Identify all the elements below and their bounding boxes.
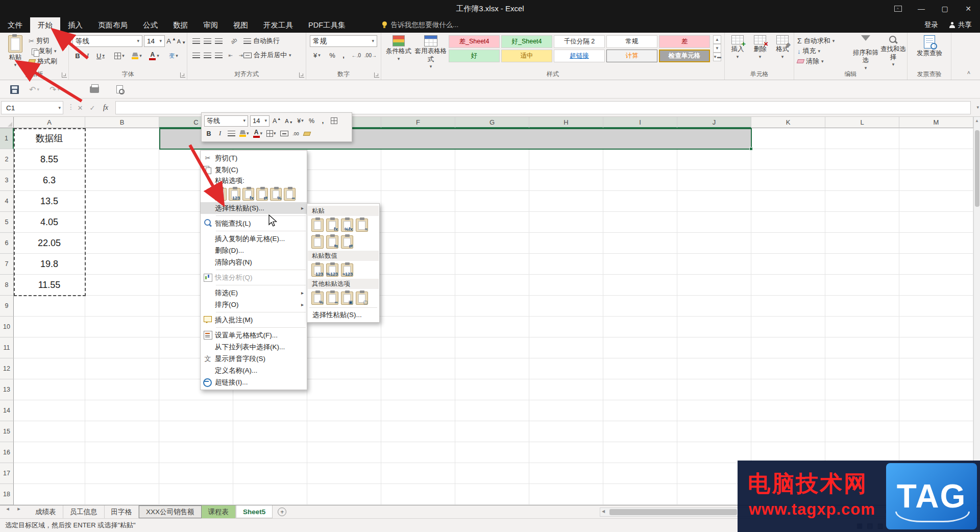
- cell-A10[interactable]: [14, 317, 85, 337]
- cell-A12[interactable]: [14, 358, 85, 379]
- cell-F10[interactable]: [381, 317, 455, 337]
- cell-A16[interactable]: [14, 442, 85, 463]
- row-header-2[interactable]: 2: [0, 149, 14, 170]
- cell-F16[interactable]: [381, 442, 455, 463]
- sheet-tab-XXX公司销售额[interactable]: XXX公司销售额: [139, 505, 202, 518]
- submenu-paste-keep-source-column-widths-icon[interactable]: ⇆: [326, 235, 338, 249]
- paste-option-formatting-icon[interactable]: %: [270, 188, 282, 201]
- cell-L15[interactable]: [825, 421, 899, 442]
- align-bottom-button[interactable]: [214, 35, 223, 46]
- underline-button[interactable]: U ▾: [93, 50, 108, 62]
- cell-B14[interactable]: [85, 400, 159, 421]
- cell-A5[interactable]: 4.05: [14, 212, 85, 233]
- mini-format-painter-button[interactable]: [303, 128, 312, 139]
- cell-C14[interactable]: [159, 400, 233, 421]
- cell-G12[interactable]: [455, 358, 529, 379]
- cell-I8[interactable]: [603, 275, 677, 296]
- cell-B5[interactable]: [85, 212, 159, 233]
- row-header-7[interactable]: 7: [0, 254, 14, 275]
- gallery-more-button[interactable]: ▼▬: [713, 53, 721, 61]
- cell-L11[interactable]: [825, 337, 899, 358]
- paste-option-formulas-icon[interactable]: fx: [242, 188, 254, 201]
- collapse-ribbon-button[interactable]: ˄: [964, 68, 974, 77]
- font-dialog-launcher[interactable]: [180, 72, 185, 78]
- save-button[interactable]: [8, 84, 20, 94]
- cell-B13[interactable]: [85, 379, 159, 400]
- formula-bar-grip[interactable]: ⋮: [67, 103, 75, 111]
- column-header-I[interactable]: I: [603, 117, 677, 128]
- cell-B6[interactable]: [85, 233, 159, 254]
- cell-L2[interactable]: [825, 149, 899, 170]
- submenu-paste-keep-source-formatting-icon[interactable]: ≈: [356, 219, 368, 232]
- insert-function-button[interactable]: fx: [99, 101, 112, 114]
- cell-I6[interactable]: [603, 233, 677, 254]
- cell-K5[interactable]: [751, 212, 825, 233]
- cell-I7[interactable]: [603, 254, 677, 275]
- cell-style-chip[interactable]: 差_Sheet4: [449, 35, 500, 48]
- cell-A4[interactable]: 13.5: [14, 191, 85, 212]
- cell-E12[interactable]: [307, 358, 381, 379]
- sheet-tab-Sheet5[interactable]: Sheet5: [236, 505, 273, 518]
- sheet-nav-right-arrow[interactable]: ▸: [13, 505, 24, 512]
- column-header-B[interactable]: B: [85, 117, 159, 128]
- submenu-paste-formatting-icon[interactable]: %: [311, 292, 324, 305]
- row-header-4[interactable]: 4: [0, 191, 14, 212]
- cell-K4[interactable]: [751, 191, 825, 212]
- paste-option-paste-icon[interactable]: [215, 188, 227, 201]
- submenu-paste-paste-icon[interactable]: [311, 219, 324, 232]
- cell-K3[interactable]: [751, 170, 825, 191]
- row-header-6[interactable]: 6: [0, 233, 14, 254]
- submenu-paste-values-icon[interactable]: 123: [311, 263, 324, 277]
- cell-K16[interactable]: [751, 442, 825, 463]
- cell-F2[interactable]: [381, 149, 455, 170]
- ribbon-display-options-button[interactable]: ^: [886, 0, 910, 17]
- column-header-G[interactable]: G: [455, 117, 529, 128]
- column-header-L[interactable]: L: [825, 117, 899, 128]
- formula-bar-expand-button[interactable]: ▾: [976, 105, 979, 110]
- redo-button[interactable]: ↷▾: [47, 84, 62, 94]
- cell-I4[interactable]: [603, 191, 677, 212]
- context-menu-item-show-phonetic[interactable]: 文显示拼音字段(S): [201, 353, 307, 365]
- cell-E2[interactable]: [307, 149, 381, 170]
- cell-F8[interactable]: [381, 275, 455, 296]
- paste-button[interactable]: 粘贴 ▾: [4, 33, 27, 74]
- cell-C16[interactable]: [159, 442, 233, 463]
- cell-A14[interactable]: [14, 400, 85, 421]
- mini-format-table-button[interactable]: [330, 115, 339, 127]
- cell-style-chip[interactable]: 常规: [606, 35, 657, 48]
- phonetic-guide-button[interactable]: 变▾: [165, 50, 182, 62]
- borders-button[interactable]: ▾: [112, 50, 127, 62]
- cell-A9[interactable]: [14, 296, 85, 317]
- cell-M5[interactable]: [899, 212, 973, 233]
- cell-I5[interactable]: [603, 212, 677, 233]
- mini-comma-button[interactable]: ,: [318, 115, 328, 127]
- ribbon-tab-公式[interactable]: 公式: [135, 17, 165, 33]
- cell-A18[interactable]: [14, 484, 85, 505]
- cell-F6[interactable]: [381, 233, 455, 254]
- cell-G3[interactable]: [455, 170, 529, 191]
- increase-decimal-button[interactable]: ←.0: [350, 50, 363, 61]
- cell-L9[interactable]: [825, 296, 899, 317]
- cell-M15[interactable]: [899, 421, 973, 442]
- cell-B17[interactable]: [85, 463, 159, 484]
- submenu-paste-linked-picture-icon[interactable]: ▢: [356, 292, 368, 305]
- cell-E18[interactable]: [307, 484, 381, 505]
- cell-I9[interactable]: [603, 296, 677, 317]
- cell-style-chip[interactable]: 千位分隔 2: [554, 35, 605, 48]
- autosum-button[interactable]: Σ自动求和▾: [797, 36, 835, 45]
- cell-B7[interactable]: [85, 254, 159, 275]
- cell-H4[interactable]: [529, 191, 603, 212]
- cell-G7[interactable]: [455, 254, 529, 275]
- cell-K9[interactable]: [751, 296, 825, 317]
- cell-H14[interactable]: [529, 400, 603, 421]
- cell-M1[interactable]: [899, 128, 973, 149]
- align-left-button[interactable]: [191, 50, 201, 61]
- insert-cells-button[interactable]: + 插入 ▾: [727, 33, 748, 75]
- cell-D18[interactable]: [233, 484, 307, 505]
- copy-button[interactable]: 复制▾: [29, 46, 57, 56]
- mini-accounting-format-button[interactable]: ¥▾: [296, 115, 305, 127]
- cell-F14[interactable]: [381, 400, 455, 421]
- cell-A13[interactable]: [14, 379, 85, 400]
- cell-H15[interactable]: [529, 421, 603, 442]
- cell-K1[interactable]: [751, 128, 825, 149]
